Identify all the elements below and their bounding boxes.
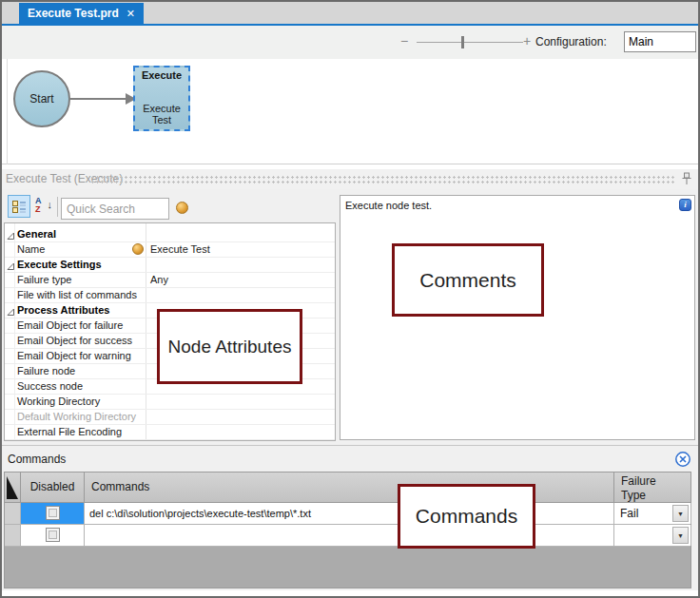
commands-section-title: Commands bbox=[8, 453, 66, 466]
toolbar-separator bbox=[57, 197, 58, 217]
dropdown-arrow-icon[interactable]: ▼ bbox=[672, 505, 689, 522]
row-header[interactable] bbox=[5, 503, 21, 524]
pg-row-name[interactable]: Name Execute Test bbox=[5, 242, 335, 258]
annotation-comments: Comments bbox=[392, 243, 544, 317]
row-header[interactable] bbox=[5, 525, 21, 546]
zoom-out-icon[interactable]: − bbox=[400, 33, 408, 48]
dropdown-arrow-icon[interactable]: ▼ bbox=[672, 527, 689, 544]
close-commands-icon[interactable] bbox=[674, 451, 691, 468]
pg-row-file-with-list[interactable]: File with list of commands bbox=[5, 288, 335, 303]
select-all-cell[interactable] bbox=[5, 473, 21, 502]
select-all-triangle-icon bbox=[7, 476, 18, 499]
column-header-failure-type[interactable]: Failure Type bbox=[614, 473, 691, 502]
pin-icon[interactable] bbox=[681, 172, 692, 185]
comments-textarea[interactable]: Execute node test. i bbox=[340, 195, 695, 440]
pg-row-failure-type[interactable]: Failure type Any bbox=[5, 273, 335, 288]
configuration-label: Configuration: bbox=[535, 35, 607, 48]
sort-alphabetical-button[interactable]: A Z ↓ bbox=[32, 195, 55, 218]
disabled-cell[interactable] bbox=[21, 525, 85, 546]
disabled-checkbox[interactable] bbox=[46, 506, 60, 520]
app-window: Execute Test.prd ✕ − + Configuration: St… bbox=[0, 0, 700, 598]
command-row-2[interactable]: ▼ bbox=[5, 525, 690, 547]
pg-row-working-directory[interactable]: Working Directory bbox=[5, 395, 335, 410]
commands-table-empty-area bbox=[4, 547, 691, 588]
execute-node-name: Execute Test bbox=[135, 103, 188, 126]
tab-close-icon[interactable]: ✕ bbox=[126, 8, 135, 20]
configuration-input[interactable] bbox=[624, 31, 696, 52]
quick-search-input[interactable] bbox=[61, 198, 169, 220]
start-node[interactable]: Start bbox=[13, 70, 70, 127]
failure-type-cell[interactable]: ▼ bbox=[614, 525, 691, 546]
name-audit-icon bbox=[132, 243, 144, 255]
categorized-view-button[interactable] bbox=[8, 195, 30, 218]
diagram-canvas[interactable] bbox=[2, 59, 698, 164]
annotation-node-attributes: Node Attributes bbox=[157, 309, 302, 384]
pg-row-default-working-directory: Default Working Directory bbox=[5, 410, 335, 425]
sort-az-icon: A Z ↓ bbox=[35, 198, 52, 215]
canvas-edge-line bbox=[7, 59, 8, 164]
expander-icon[interactable] bbox=[7, 231, 15, 242]
pg-category-general[interactable]: General bbox=[5, 227, 335, 242]
tab-title: Execute Test.prd bbox=[28, 7, 119, 20]
commands-table-header: Disabled Commands Failure Type bbox=[5, 473, 690, 503]
command-row-1[interactable]: del c:\di\solution\projects\execute-test… bbox=[5, 503, 690, 525]
pg-row-external-file-encoding[interactable]: External File Encoding bbox=[5, 425, 335, 440]
zoom-in-icon[interactable]: + bbox=[523, 33, 531, 48]
annotation-commands: Commands bbox=[398, 484, 535, 549]
execute-node-type: Execute bbox=[135, 69, 188, 81]
disabled-checkbox[interactable] bbox=[46, 528, 60, 542]
expander-icon[interactable] bbox=[7, 261, 15, 273]
comments-text[interactable]: Execute node test. bbox=[345, 200, 432, 211]
column-header-disabled[interactable]: Disabled bbox=[21, 473, 85, 502]
connector-arrow bbox=[70, 89, 137, 108]
zoom-slider-handle[interactable] bbox=[461, 36, 464, 48]
tab-execute-test[interactable]: Execute Test.prd ✕ bbox=[19, 3, 144, 24]
failure-type-cell[interactable]: Fail ▼ bbox=[614, 503, 691, 524]
categorized-view-icon bbox=[12, 200, 27, 214]
execute-node[interactable]: Execute Execute Test bbox=[133, 66, 190, 131]
panel-drag-texture bbox=[90, 175, 674, 184]
expander-icon[interactable] bbox=[7, 307, 15, 318]
disabled-cell[interactable] bbox=[21, 503, 85, 524]
info-icon[interactable]: i bbox=[679, 199, 691, 211]
commands-table[interactable]: Disabled Commands Failure Type del c:\di… bbox=[4, 472, 691, 547]
pg-category-execute-settings[interactable]: Execute Settings bbox=[5, 258, 335, 273]
zoom-slider-track[interactable] bbox=[417, 42, 523, 43]
start-node-label: Start bbox=[29, 92, 53, 106]
search-help-icon[interactable] bbox=[176, 202, 188, 214]
